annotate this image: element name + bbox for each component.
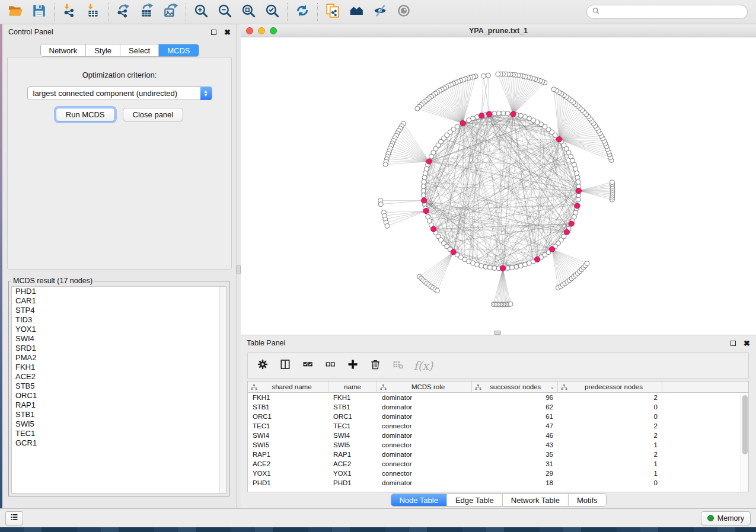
mcds-hub-node[interactable]	[535, 257, 540, 262]
mcds-result-item[interactable]: FKH1	[12, 363, 226, 372]
table-cell[interactable]: 61	[472, 412, 558, 421]
tab-network[interactable]: Network	[40, 44, 86, 56]
table-scrollbar-thumb[interactable]	[742, 395, 748, 454]
vertical-splitter-handle[interactable]	[236, 265, 241, 274]
graph-node[interactable]	[496, 111, 501, 116]
first-neighbors-button[interactable]	[344, 2, 368, 22]
tab-select[interactable]: Select	[120, 44, 159, 56]
mcds-result-item[interactable]: ACE2	[12, 372, 226, 382]
table-cell[interactable]: RAP1	[248, 450, 328, 459]
mcds-result-item[interactable]: GCR1	[12, 438, 226, 448]
tab-mcds[interactable]: MCDS	[159, 44, 198, 56]
export-image-button[interactable]	[159, 2, 183, 22]
import-network-button[interactable]	[58, 2, 81, 22]
export-network-button[interactable]	[111, 2, 135, 22]
table-cell[interactable]: FKH1	[328, 393, 377, 402]
columns-button[interactable]	[275, 355, 295, 376]
table-cell[interactable]: PHD1	[248, 478, 328, 488]
graph-node[interactable]	[505, 266, 510, 271]
tab-style[interactable]: Style	[86, 44, 120, 56]
table-cell[interactable]: 0	[558, 412, 662, 421]
mcds-result-item[interactable]: CAR1	[12, 296, 226, 306]
table-row[interactable]: YOX1YOX1connector291	[248, 469, 741, 478]
clone-network-button[interactable]	[321, 2, 344, 22]
graph-node[interactable]	[492, 266, 497, 271]
table-cell[interactable]: dominator	[377, 450, 472, 459]
table-cell[interactable]: connector	[377, 459, 472, 469]
table-cell[interactable]: ACE2	[248, 459, 328, 469]
zoom-out-button[interactable]	[213, 2, 237, 22]
mcds-hub-node[interactable]	[550, 246, 555, 252]
float-table-panel-icon[interactable]	[731, 341, 736, 346]
graph-node[interactable]	[510, 265, 515, 270]
clear-selection-button[interactable]	[320, 355, 340, 376]
zoom-fit-button[interactable]	[237, 2, 260, 22]
memory-button[interactable]: Memory	[701, 511, 751, 525]
graph-node[interactable]	[385, 223, 390, 228]
table-row[interactable]: RAP1RAP1dominator352	[248, 450, 741, 459]
mcds-result-item[interactable]: SWI4	[12, 334, 226, 344]
graph-node[interactable]	[415, 106, 420, 111]
mcds-result-item[interactable]: STB1	[12, 410, 226, 419]
horizontal-splitter-handle[interactable]	[494, 331, 501, 335]
show-panels-list-button[interactable]	[5, 511, 23, 525]
gear-button[interactable]	[253, 355, 273, 376]
graph-node[interactable]	[481, 73, 486, 78]
table-cell[interactable]: 43	[472, 440, 558, 450]
table-row[interactable]: FKH1FKH1dominator962	[248, 393, 741, 402]
table-cell[interactable]: dominator	[377, 402, 472, 412]
zoom-selected-button[interactable]	[260, 2, 284, 22]
table-cell[interactable]: SWI4	[328, 431, 377, 440]
table-cell[interactable]: YOX1	[248, 469, 328, 478]
open-session-button[interactable]	[4, 2, 27, 22]
mcds-hub-node[interactable]	[486, 111, 492, 117]
table-cell[interactable]: FKH1	[248, 393, 328, 402]
close-table-panel-icon[interactable]: ✖	[744, 339, 750, 347]
add-button[interactable]	[343, 355, 363, 376]
network-canvas[interactable]	[241, 37, 756, 335]
graph-node[interactable]	[483, 264, 488, 269]
table-cell[interactable]: SWI5	[248, 440, 328, 450]
table-cell[interactable]: 2	[558, 450, 662, 459]
mcds-result-item[interactable]: YOX1	[12, 325, 226, 334]
table-cell[interactable]: STB1	[248, 402, 328, 412]
mcds-hub-node[interactable]	[575, 203, 580, 209]
graph-node[interactable]	[421, 184, 426, 189]
mcds-hub-node[interactable]	[511, 111, 516, 117]
import-table-button[interactable]	[81, 2, 105, 22]
mcds-hub-node[interactable]	[576, 188, 581, 193]
close-panel-button[interactable]: Close panel	[123, 108, 184, 121]
graph-node[interactable]	[496, 72, 500, 76]
save-session-button[interactable]	[27, 2, 51, 22]
column-header-name[interactable]: name	[328, 382, 377, 392]
graph-node[interactable]	[423, 171, 428, 175]
table-cell[interactable]: 47	[472, 421, 558, 431]
table-row[interactable]: TEC1TEC1connector472	[248, 421, 741, 431]
table-cell[interactable]: TEC1	[328, 421, 377, 431]
graph-node[interactable]	[518, 113, 523, 118]
tab-network-table[interactable]: Network Table	[503, 494, 569, 506]
graph-node[interactable]	[487, 265, 492, 270]
table-cell[interactable]: 96	[472, 393, 558, 402]
mcds-result-item[interactable]: TID3	[12, 315, 226, 325]
float-panel-icon[interactable]	[211, 30, 216, 35]
mcds-hub-node[interactable]	[564, 229, 569, 235]
graph-node[interactable]	[575, 175, 580, 180]
tab-motifs[interactable]: Motifs	[569, 494, 606, 506]
table-cell[interactable]: RAP1	[328, 450, 377, 459]
table-cell[interactable]: PHD1	[328, 478, 377, 488]
table-cell[interactable]: 1	[558, 440, 662, 450]
show-all-button[interactable]	[392, 2, 416, 22]
table-cell[interactable]: dominator	[377, 478, 472, 488]
column-header-predecessor-nodes[interactable]: predecessor nodes	[558, 382, 662, 392]
mcds-hub-node[interactable]	[426, 159, 432, 164]
graph-node[interactable]	[479, 264, 484, 268]
table-cell[interactable]: 35	[472, 450, 558, 459]
graph-node[interactable]	[467, 118, 471, 123]
mcds-hub-node[interactable]	[431, 226, 436, 232]
table-cell[interactable]: dominator	[377, 431, 472, 440]
table-cell[interactable]: 0	[558, 478, 662, 488]
graph-node[interactable]	[383, 162, 388, 167]
table-cell[interactable]: ORC1	[328, 412, 377, 421]
network-window-titlebar[interactable]: YPA_prune.txt_1	[241, 24, 756, 37]
